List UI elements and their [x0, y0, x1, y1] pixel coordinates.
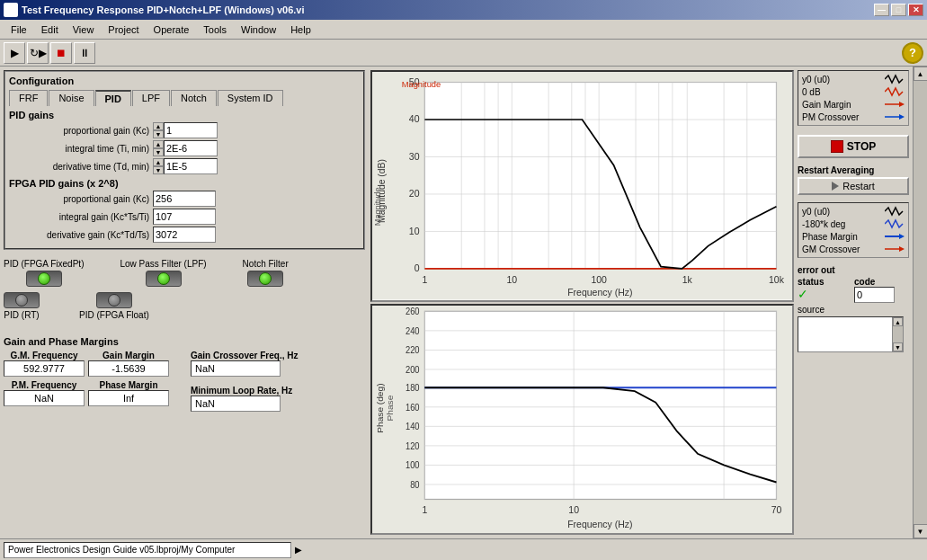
- derivative-down[interactable]: ▼: [153, 166, 164, 174]
- pause-button[interactable]: ⏸: [74, 42, 95, 64]
- window-controls[interactable]: — □ ✕: [874, 4, 923, 16]
- gain-crossover-input[interactable]: [191, 360, 281, 377]
- svg-text:1: 1: [422, 503, 427, 514]
- svg-text:30: 30: [409, 152, 420, 162]
- gm-freq-input[interactable]: [4, 360, 85, 377]
- error-grid: status ✓ code: [798, 277, 909, 303]
- error-code-input[interactable]: [854, 287, 895, 303]
- svg-text:Frequency (Hz): Frequency (Hz): [567, 518, 632, 529]
- error-scroll-up[interactable]: ▲: [893, 317, 903, 326]
- close-button[interactable]: ✕: [908, 4, 923, 16]
- help-button[interactable]: ?: [902, 42, 923, 64]
- tab-system-id[interactable]: System ID: [218, 90, 283, 106]
- legend-gm-crossover-label: GM Crossover: [802, 244, 860, 254]
- tab-noise[interactable]: Noise: [49, 90, 94, 106]
- scroll-up-button[interactable]: ▲: [914, 67, 928, 81]
- gain-margin-input[interactable]: [88, 360, 169, 377]
- svg-text:220: 220: [406, 344, 420, 354]
- run-cont-button[interactable]: ↻▶: [27, 42, 49, 64]
- restart-btn-label: Restart: [842, 181, 874, 191]
- pid-fpga-indicator: [38, 272, 50, 285]
- error-code-cell: code: [854, 277, 909, 303]
- tab-lpf[interactable]: LPF: [132, 90, 170, 106]
- menu-view[interactable]: View: [66, 22, 102, 37]
- menu-operate[interactable]: Operate: [147, 22, 197, 37]
- notch-toggle[interactable]: [247, 271, 283, 287]
- toggles-section: PID (FPGA FixedPt) Low Pass Filter (LPF)…: [4, 259, 365, 287]
- min-loop-group: Minimum Loop Rate, Hz: [191, 386, 298, 412]
- integral-down[interactable]: ▼: [153, 148, 164, 156]
- maximize-button[interactable]: □: [891, 4, 906, 16]
- svg-text:1: 1: [422, 275, 427, 285]
- menu-help[interactable]: Help: [283, 22, 318, 37]
- phase-margin-cell: Phase Margin: [88, 380, 169, 406]
- svg-text:160: 160: [406, 402, 420, 412]
- legend-pm-crossover-label: PM Crossover: [802, 112, 859, 122]
- lpf-indicator: [157, 272, 170, 285]
- run-button[interactable]: ▶: [4, 42, 25, 64]
- prop-gain-up[interactable]: ▲: [153, 122, 164, 130]
- fpga-kd-input[interactable]: [153, 227, 216, 243]
- status-scroll-right[interactable]: ▶: [295, 545, 302, 555]
- error-out-section: error out status ✓ code source ▲ ▼: [798, 265, 909, 352]
- legend-y0-phase-label: y0 (u0): [802, 207, 830, 217]
- fpga-kc-input[interactable]: [153, 191, 216, 207]
- phase-margin-input[interactable]: [88, 390, 169, 406]
- prop-gain-spinner[interactable]: ▲ ▼: [153, 122, 164, 138]
- pm-freq-input[interactable]: [4, 390, 85, 406]
- min-loop-input[interactable]: [191, 396, 281, 412]
- minimize-button[interactable]: —: [874, 4, 889, 16]
- svg-text:Phase: Phase: [386, 395, 396, 421]
- lpf-toggle[interactable]: [146, 271, 182, 287]
- magnitude-chart: 50 40 30 20 10 0 1 10 100 1k 10k Magnitu…: [370, 70, 794, 302]
- legend-0db: 0 dB: [800, 85, 906, 98]
- stop-button[interactable]: STOP: [798, 135, 909, 158]
- pid-fpga-toggle[interactable]: [26, 271, 62, 287]
- error-scrollbar[interactable]: ▲ ▼: [892, 317, 903, 351]
- svg-marker-78: [899, 234, 905, 239]
- menu-edit[interactable]: Edit: [34, 22, 66, 37]
- tab-frf[interactable]: FRF: [9, 90, 48, 106]
- window-title: Test Frequency Response PID+Notch+LPF (W…: [22, 4, 305, 15]
- derivative-spinner[interactable]: ▲ ▼: [153, 158, 164, 174]
- error-scroll-down[interactable]: ▼: [893, 342, 903, 351]
- integral-up[interactable]: ▲: [153, 140, 164, 148]
- pid-fpga-float-label: PID (FPGA Float): [79, 310, 149, 320]
- svg-text:200: 200: [406, 364, 420, 374]
- derivative-input[interactable]: [164, 158, 218, 174]
- y0-mag-icon: [885, 74, 905, 84]
- legend-phase-margin: Phase Margin: [800, 230, 906, 243]
- legend-y0-mag-label: y0 (u0): [802, 75, 830, 84]
- pid-rt-toggle[interactable]: [4, 292, 40, 308]
- prop-gain-input[interactable]: [164, 122, 218, 138]
- integral-spinner[interactable]: ▲ ▼: [153, 140, 164, 156]
- legend-gm-crossover: GM Crossover: [800, 243, 906, 255]
- 180deg-icon: [885, 218, 905, 229]
- pid-rt-toggle-group: PID (RT): [4, 292, 40, 320]
- menu-file[interactable]: File: [4, 22, 34, 37]
- fpga-ki-input[interactable]: [153, 209, 216, 225]
- tab-notch[interactable]: Notch: [171, 90, 217, 106]
- derivative-up[interactable]: ▲: [153, 158, 164, 166]
- pid-fpga-float-toggle[interactable]: [96, 292, 132, 308]
- abort-button[interactable]: ⏹: [50, 42, 72, 64]
- 0db-icon: [885, 86, 905, 97]
- phase-chart: 260 240 220 200 180 160 140 120 100 80 1…: [370, 304, 794, 536]
- tab-bar: FRF Noise PID LPF Notch System ID: [9, 90, 360, 106]
- legend-gain-margin: Gain Margin: [800, 98, 906, 111]
- prop-gain-down[interactable]: ▼: [153, 130, 164, 138]
- menu-tools[interactable]: Tools: [196, 22, 234, 37]
- fpga-ki-label: integral gain (Kc*Ts/Ti): [9, 212, 153, 222]
- svg-text:20: 20: [409, 189, 420, 199]
- prop-gain-row: proportional gain (Kc) ▲ ▼: [9, 122, 360, 138]
- menu-window[interactable]: Window: [234, 22, 283, 37]
- magnitude-svg: 50 40 30 20 10 0 1 10 100 1k 10k Magnitu…: [372, 72, 792, 300]
- restart-button[interactable]: Restart: [798, 177, 909, 195]
- notch-indicator: [259, 272, 272, 285]
- menu-project[interactable]: Project: [101, 22, 146, 37]
- integral-input[interactable]: [164, 140, 218, 156]
- charts-area: 50 40 30 20 10 0 1 10 100 1k 10k Magnitu…: [369, 67, 796, 538]
- scroll-down-button[interactable]: ▼: [914, 524, 928, 538]
- tab-pid[interactable]: PID: [95, 90, 131, 106]
- svg-text:10: 10: [568, 503, 579, 514]
